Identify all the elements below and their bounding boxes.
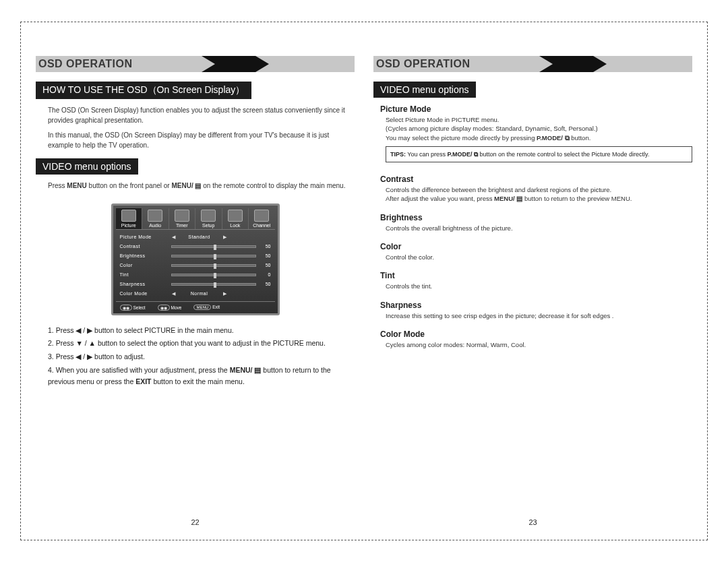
video-menu-options-label-right: VIDEO menu options <box>373 82 476 98</box>
option-brightness: Brightness Controls the overall brightne… <box>380 213 692 232</box>
osd-tab-lock: Lock <box>222 208 249 229</box>
osd-row: Contrast50 <box>120 242 271 251</box>
osd-row: Tint0 <box>120 270 271 280</box>
video-menu-options-label-left: VIDEO menu options <box>36 158 138 175</box>
tips-box: TIPS: You can press P.MODE/ ⧉ button on … <box>386 146 692 162</box>
step-3: 3. Press ◀ / ▶ button to adjust. <box>48 351 355 363</box>
option-heading: Contrast <box>380 175 692 184</box>
osd-menu-mockup: PictureAudioTimerSetupLockChannel Pictur… <box>111 204 280 315</box>
option-tint: Tint Controls the tint. <box>380 271 692 290</box>
section-banner-right: OSD OPERATION <box>373 56 692 72</box>
step-2: 2. Press ▼ / ▲ button to select the opti… <box>48 338 355 349</box>
osd-tab-picture: Picture <box>116 208 143 229</box>
right-page: OSD OPERATION VIDEO menu options Picture… <box>373 56 692 526</box>
option-color-mode: Color Mode Cycles among color modes: Nor… <box>380 330 692 349</box>
banner-title: OSD OPERATION <box>36 56 355 72</box>
option-contrast: Contrast Controls the difference between… <box>380 175 692 204</box>
osd-tab-audio: Audio <box>142 208 169 229</box>
osd-row: Color50 <box>120 261 271 270</box>
how-to-use-osd-label: HOW TO USE THE OSD（On Screen Display） <box>36 82 251 99</box>
page-frame: OSD OPERATION HOW TO USE THE OSD（On Scre… <box>20 22 708 540</box>
option-heading: Tint <box>380 271 692 280</box>
osd-row: Sharpness50 <box>120 280 271 289</box>
osd-tab-timer: Timer <box>169 208 196 229</box>
osd-footer: ◉◉Select ◉◉Move MENUExit <box>116 302 275 311</box>
option-heading: Picture Mode <box>380 104 692 114</box>
intro-paragraph-2: In this manual, the OSD (On Screen Displ… <box>48 131 355 150</box>
step-1: 1. Press ◀ / ▶ button to select PICTURE … <box>48 325 355 336</box>
left-page: OSD OPERATION HOW TO USE THE OSD（On Scre… <box>36 56 355 526</box>
page-number-left: 22 <box>36 518 355 526</box>
press-menu-instruction: Press MENU button on the front panel or … <box>48 181 355 191</box>
step-4: 4. When you are satisfied with your adju… <box>48 365 355 387</box>
osd-row: Picture Mode◀Standard▶ <box>120 232 271 242</box>
option-heading: Sharpness <box>380 301 692 310</box>
section-banner-left: OSD OPERATION <box>36 56 355 72</box>
instruction-steps: 1. Press ◀ / ▶ button to select PICTURE … <box>48 325 355 389</box>
osd-row: Brightness50 <box>120 251 271 261</box>
option-heading: Color Mode <box>380 330 692 339</box>
intro-paragraph-1: The OSD (On Screen Display) function ena… <box>48 106 355 125</box>
option-color: Color Control the color. <box>380 242 692 261</box>
option-heading: Brightness <box>380 213 692 222</box>
option-sharpness: Sharpness Increase this setting to see c… <box>380 301 692 320</box>
option-heading: Color <box>380 242 692 251</box>
option-picture-mode: Picture Mode Select Picture Mode in PICT… <box>380 104 692 165</box>
page-number-right: 23 <box>373 518 692 526</box>
osd-row: Color Mode◀Normal▶ <box>120 289 271 299</box>
banner-title: OSD OPERATION <box>373 56 692 72</box>
osd-tab-channel: Channel <box>249 208 275 229</box>
osd-tab-setup: Setup <box>195 208 222 229</box>
